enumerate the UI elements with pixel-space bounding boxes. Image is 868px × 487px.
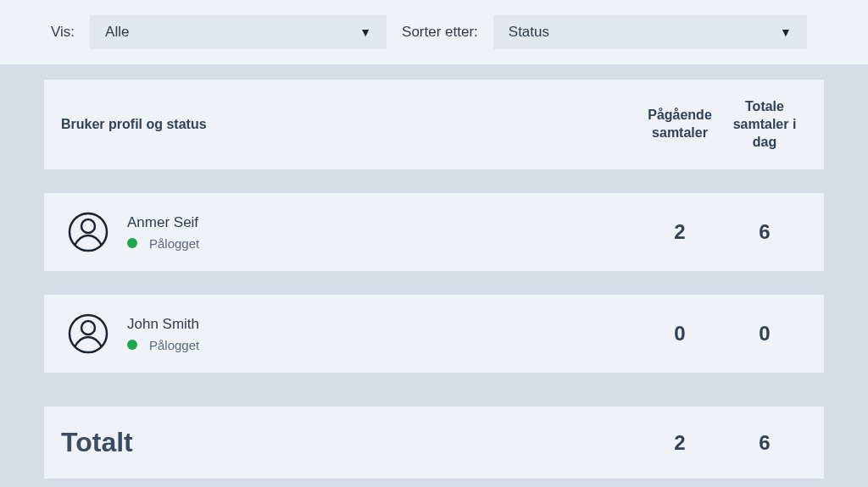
- sort-dropdown[interactable]: Status ▼: [493, 15, 807, 49]
- ongoing-count: 0: [637, 322, 722, 346]
- status-dot-icon: [127, 340, 137, 350]
- total-total-count: 6: [722, 431, 807, 455]
- total-count: 6: [722, 220, 807, 244]
- avatar: [68, 212, 108, 252]
- content-area: Bruker profil og status Pågående samtale…: [0, 80, 868, 479]
- vis-dropdown[interactable]: Alle ▼: [90, 15, 387, 49]
- total-count: 0: [722, 322, 807, 346]
- header-total: Totale samtaler i dag: [722, 98, 807, 151]
- ongoing-count: 2: [637, 220, 722, 244]
- total-ongoing-count: 2: [637, 431, 722, 455]
- vis-label: Vis:: [51, 24, 75, 41]
- user-row: John Smith Pålogget 0 0: [44, 295, 824, 373]
- total-label: Totalt: [61, 427, 637, 458]
- user-row: Anmer Seif Pålogget 2 6: [44, 193, 824, 271]
- header-profile-status: Bruker profil og status: [61, 116, 637, 134]
- status-dot-icon: [127, 238, 137, 248]
- chevron-down-icon: ▼: [780, 25, 792, 39]
- user-status: Pålogget: [127, 236, 637, 251]
- avatar: [68, 313, 108, 354]
- user-name: John Smith: [127, 316, 637, 333]
- user-status: Pålogget: [127, 338, 637, 352]
- user-info: Anmer Seif Pålogget: [127, 214, 637, 251]
- table-header: Bruker profil og status Pågående samtale…: [44, 80, 824, 169]
- header-ongoing: Pågående samtaler: [637, 107, 722, 142]
- sort-dropdown-value: Status: [509, 24, 549, 41]
- svg-point-3: [81, 321, 95, 335]
- status-text: Pålogget: [149, 236, 199, 251]
- svg-point-1: [81, 219, 95, 233]
- user-info: John Smith Pålogget: [127, 316, 637, 352]
- user-name: Anmer Seif: [127, 214, 637, 231]
- total-row: Totalt 2 6: [44, 407, 824, 479]
- vis-dropdown-value: Alle: [105, 24, 129, 41]
- sort-label: Sorter etter:: [402, 24, 478, 41]
- chevron-down-icon: ▼: [359, 25, 371, 39]
- status-text: Pålogget: [149, 338, 199, 352]
- filter-bar: Vis: Alle ▼ Sorter etter: Status ▼: [0, 0, 868, 64]
